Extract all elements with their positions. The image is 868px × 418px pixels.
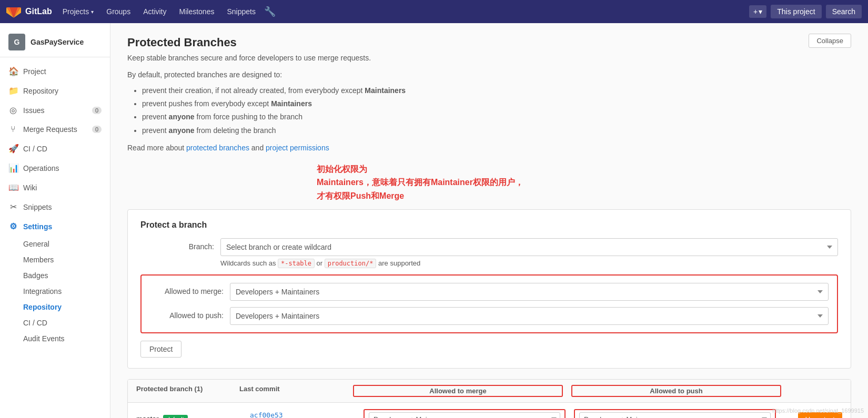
nav-activity[interactable]: Activity <box>139 5 170 18</box>
table-header: Protected branch (1) Last commit Allowed… <box>128 380 851 403</box>
sidebar-item-settings[interactable]: ⚙ Settings <box>0 217 110 236</box>
this-project-button[interactable]: This project <box>771 5 821 18</box>
home-icon: 🏠 <box>8 66 18 76</box>
branch-select-wrap: Select branch or create wildcard Wildcar… <box>220 238 838 267</box>
branch-form-row: Branch: Select branch or create wildcard… <box>140 238 838 267</box>
merge-badge: 0 <box>92 126 102 133</box>
col-action-header <box>790 385 842 397</box>
protect-button[interactable]: Protect <box>140 341 181 358</box>
row-push-select[interactable]: Developers + Mai... <box>579 412 771 418</box>
default-info-text: By default, protected branches are desig… <box>127 70 851 79</box>
wiki-icon: 📖 <box>8 182 18 192</box>
projects-chevron-icon: ▾ <box>91 9 94 15</box>
permissions-section: Allowed to merge: Developers + Maintaine… <box>140 274 838 333</box>
branch-select[interactable]: Select branch or create wildcard <box>220 238 838 256</box>
push-form-row: Allowed to push: Developers + Maintainer… <box>150 307 829 325</box>
sidebar-item-project[interactable]: 🏠 Project <box>0 62 110 81</box>
wildcard-example2: production/* <box>325 259 377 268</box>
plus-chevron-icon: ▾ <box>759 7 762 16</box>
project-name: GasPayService <box>31 38 84 46</box>
default-badge: default <box>163 415 188 418</box>
branch-label: Branch: <box>140 238 214 251</box>
repository-icon: 📁 <box>8 86 18 96</box>
col-branch-header: Protected branch (1) <box>136 385 231 397</box>
issues-icon: ◎ <box>8 105 18 115</box>
nav-milestones[interactable]: Milestones <box>175 5 219 18</box>
bullet-list: prevent their creation, if not already c… <box>127 84 851 137</box>
wildcard-hint: Wildcards such as *-stable or production… <box>220 259 838 267</box>
url-watermark: https://blog.csdn.net/sinat_1699915 <box>772 407 864 414</box>
search-button[interactable]: Search <box>826 5 862 18</box>
gitlab-wordmark: GitLab <box>25 7 52 16</box>
sidebar: G GasPayService 🏠 Project 📁 Repository ◎… <box>0 23 110 418</box>
table-row: master default acf00e53 20 hours ago Dev… <box>128 403 851 418</box>
col-merge-header: Allowed to merge <box>353 385 563 397</box>
push-cell: Developers + Mai... <box>574 409 776 418</box>
sidebar-sub-integrations[interactable]: Integrations <box>0 283 110 299</box>
merge-select[interactable]: Developers + Maintainers <box>230 283 829 301</box>
push-label: Allowed to push: <box>150 307 224 320</box>
issues-badge: 0 <box>92 107 102 114</box>
nav-snippets[interactable]: Snippets <box>223 5 259 18</box>
sidebar-item-repository[interactable]: 📁 Repository <box>0 81 110 100</box>
bullet-item-3: prevent anyone from force pushing to the… <box>142 110 851 124</box>
project-header: G GasPayService <box>0 27 110 57</box>
top-navigation: GitLab Projects ▾ Groups Activity Milest… <box>0 0 868 23</box>
bullet-item-2: prevent pushes from everybody except Mai… <box>142 97 851 110</box>
protect-branch-title: Protect a branch <box>140 220 838 230</box>
sidebar-item-wiki[interactable]: 📖 Wiki <box>0 178 110 197</box>
bullet-item-1: prevent their creation, if not already c… <box>142 84 851 97</box>
branch-name: master <box>136 415 159 418</box>
col-push-header: Allowed to push <box>571 385 781 397</box>
wrench-icon: 🔧 <box>264 6 276 17</box>
gitlab-logo[interactable]: GitLab <box>6 4 52 19</box>
merge-cell: Developers + Mai... <box>364 409 566 418</box>
settings-icon: ⚙ <box>8 221 18 231</box>
sidebar-sub-general[interactable]: General <box>0 236 110 252</box>
page-title: Protected Branches <box>127 36 851 49</box>
project-permissions-link[interactable]: project permissions <box>266 144 329 152</box>
commit-cell: acf00e53 20 hours ago <box>250 411 355 418</box>
annotation-text: 初始化权限为 Maintainers，意味着只有拥有Maintainer权限的用… <box>317 162 851 203</box>
row-merge-select[interactable]: Developers + Mai... <box>369 412 560 418</box>
snippets-icon: ✂ <box>8 202 18 212</box>
push-select-wrap: Developers + Maintainers <box>230 307 829 325</box>
sidebar-item-cicd[interactable]: 🚀 CI / CD <box>0 139 110 158</box>
main-content: Collapse Protected Branches Keep stable … <box>110 23 868 418</box>
sidebar-sub-cicd[interactable]: CI / CD <box>0 315 110 331</box>
branch-cell: master default <box>136 415 241 418</box>
sidebar-sub-members[interactable]: Members <box>0 252 110 268</box>
nav-groups[interactable]: Groups <box>102 5 135 18</box>
merge-icon: ⑂ <box>8 125 18 134</box>
read-more-text: Read more about protected branches and p… <box>127 144 851 152</box>
commit-hash-link[interactable]: acf00e53 <box>250 411 283 418</box>
sidebar-sub-badges[interactable]: Badges <box>0 268 110 283</box>
plus-button[interactable]: + ▾ <box>749 5 766 18</box>
wildcard-example1: *-stable <box>278 259 315 268</box>
merge-form-row: Allowed to merge: Developers + Maintaine… <box>150 283 829 301</box>
sidebar-item-operations[interactable]: 📊 Operations <box>0 158 110 178</box>
col-commit-header: Last commit <box>239 385 345 397</box>
sidebar-item-snippets[interactable]: ✂ Snippets <box>0 197 110 217</box>
merge-select-wrap: Developers + Maintainers <box>230 283 829 301</box>
push-select[interactable]: Developers + Maintainers <box>230 307 829 325</box>
bullet-item-4: prevent anyone from deleting the branch <box>142 124 851 137</box>
sidebar-sub-repository[interactable]: Repository <box>0 299 110 315</box>
operations-icon: 📊 <box>8 163 18 173</box>
nav-projects[interactable]: Projects ▾ <box>58 5 98 18</box>
collapse-button[interactable]: Collapse <box>809 34 851 48</box>
protected-branches-table: Protected branch (1) Last commit Allowed… <box>127 379 851 418</box>
page-subtitle: Keep stable branches secure and force de… <box>127 54 851 62</box>
merge-label: Allowed to merge: <box>150 283 224 295</box>
cicd-icon: 🚀 <box>8 144 18 154</box>
protected-branches-link[interactable]: protected branches <box>186 144 249 152</box>
protect-branch-card: Protect a branch Branch: Select branch o… <box>127 209 851 369</box>
project-avatar: G <box>8 34 25 50</box>
sidebar-item-issues[interactable]: ◎ Issues 0 <box>0 100 110 120</box>
sidebar-item-merge-requests[interactable]: ⑂ Merge Requests 0 <box>0 120 110 139</box>
sidebar-sub-audit[interactable]: Audit Events <box>0 331 110 346</box>
